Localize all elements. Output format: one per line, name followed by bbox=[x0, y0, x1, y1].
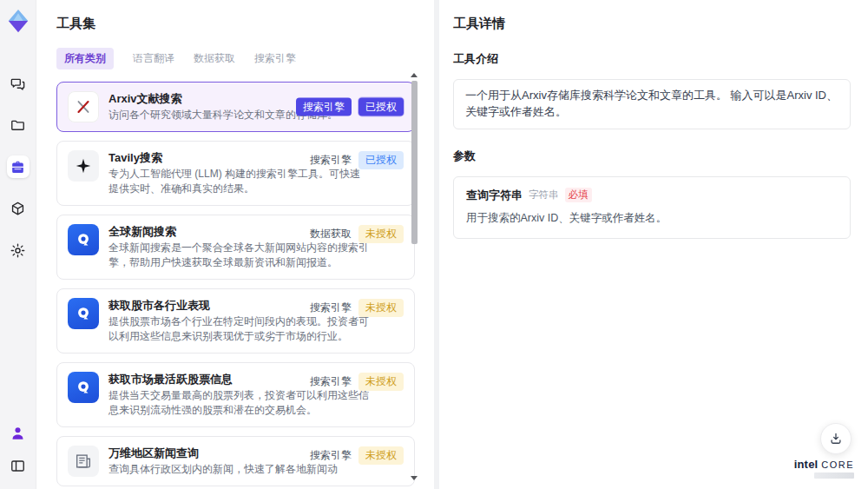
tool-description: 提供股票市场各个行业在特定时间段内的表现。投资者可以利用这些信息来识别表现优于或… bbox=[108, 314, 369, 344]
cube-icon[interactable] bbox=[7, 197, 30, 220]
chat-icon[interactable] bbox=[7, 72, 30, 95]
tavily-sparkle-icon bbox=[68, 150, 99, 182]
tool-description: 全球新闻搜索是一个聚合全球各大新闻网站内容的搜索引擎，帮助用户快速获取全球最新资… bbox=[108, 241, 369, 270]
tool-card-tavily[interactable]: Tavily搜索 专为人工智能代理 (LLM) 构建的搜索引擎工具。可快速提供实… bbox=[56, 141, 415, 206]
tool-card-list: Arxiv文献搜索 访问各个研究领域大量科学论文和文章的存储库。 搜索引擎 已授… bbox=[56, 82, 415, 486]
tab-search-engine[interactable]: 搜索引擎 bbox=[254, 48, 296, 69]
tool-detail-panel: 工具详情 工具介绍 一个用于从Arxiv存储库搜索科学论文和文章的工具。 输入可… bbox=[439, 0, 868, 489]
app-logo-diamond-icon[interactable] bbox=[5, 8, 31, 34]
status-badge: 已授权 bbox=[358, 151, 404, 169]
toolbox-icon[interactable] bbox=[7, 155, 30, 178]
tool-description: 查询具体行政区划内的新闻，快速了解各地新闻动 bbox=[108, 462, 338, 477]
category-label: 搜索引擎 bbox=[310, 374, 352, 389]
tool-card-most-active-stocks[interactable]: 获取市场最活跃股票信息 提供当天交易量最高的股票列表，投资者可以利用这些信息来识… bbox=[56, 362, 415, 427]
status-badge: 未授权 bbox=[358, 446, 404, 465]
status-badge: 已授权 bbox=[358, 98, 404, 116]
param-description: 用于搜索的Arxiv ID、关键字或作者姓名。 bbox=[466, 211, 838, 226]
folder-icon[interactable] bbox=[7, 114, 30, 136]
tool-description: 提供当天交易量最高的股票列表，投资者可以利用这些信息来识别流动性强的股票和潜在的… bbox=[108, 388, 369, 418]
tab-data-fetch[interactable]: 数据获取 bbox=[194, 48, 235, 69]
category-tabs: 所有类别 语言翻译 数据获取 搜索引擎 bbox=[56, 48, 415, 69]
parameter-card: 查询字符串 字符串 必填 用于搜索的Arxiv ID、关键字或作者姓名。 bbox=[453, 176, 851, 239]
param-name: 查询字符串 bbox=[466, 188, 523, 203]
category-badge: 搜索引擎 bbox=[296, 98, 352, 116]
tool-card-regional-news[interactable]: 万维地区新闻查询 查询具体行政区划内的新闻，快速了解各地新闻动 搜索引擎 未授权 bbox=[56, 436, 415, 486]
param-type: 字符串 bbox=[529, 188, 559, 202]
tool-description: 专为人工智能代理 (LLM) 构建的搜索引擎工具。可快速提供实时、准确和真实的结… bbox=[108, 167, 369, 196]
category-label: 搜索引擎 bbox=[310, 448, 352, 463]
scrollbar-up-arrow-icon[interactable] bbox=[411, 73, 418, 77]
core-wordmark: core bbox=[821, 459, 854, 470]
params-heading: 参数 bbox=[453, 149, 851, 164]
status-badge: 未授权 bbox=[358, 225, 404, 243]
category-label: 搜索引擎 bbox=[310, 301, 352, 315]
news-search-icon bbox=[68, 224, 99, 255]
arxiv-logo-icon bbox=[68, 91, 99, 122]
gear-icon[interactable] bbox=[7, 239, 30, 261]
tool-list-panel: 工具集 所有类别 语言翻译 数据获取 搜索引擎 Arxiv文献搜索 访问各个研究… bbox=[36, 0, 434, 489]
user-icon[interactable] bbox=[7, 421, 30, 444]
intel-wordmark: intel bbox=[794, 458, 819, 471]
category-label: 数据获取 bbox=[310, 227, 352, 241]
scrollbar-thumb[interactable] bbox=[411, 81, 418, 244]
param-required-badge: 必填 bbox=[565, 188, 592, 202]
detail-title: 工具详情 bbox=[453, 16, 851, 32]
download-icon bbox=[828, 431, 844, 446]
list-scrollbar bbox=[410, 73, 418, 480]
intel-sub-badge bbox=[814, 472, 854, 479]
status-badge: 未授权 bbox=[358, 299, 404, 317]
scrollbar-down-arrow-icon[interactable] bbox=[411, 476, 418, 480]
news-search-icon bbox=[68, 298, 99, 329]
panel-toggle-icon[interactable] bbox=[7, 454, 30, 477]
tool-card-arxiv[interactable]: Arxiv文献搜索 访问各个研究领域大量科学论文和文章的存储库。 搜索引擎 已授… bbox=[56, 82, 415, 132]
news-search-icon bbox=[68, 372, 99, 403]
intel-core-logo: intel core bbox=[794, 458, 854, 479]
tool-name: 万维地区新闻查询 bbox=[108, 446, 338, 461]
left-sidebar bbox=[0, 0, 36, 489]
status-badge: 未授权 bbox=[358, 373, 404, 391]
category-label: 搜索引擎 bbox=[310, 153, 352, 168]
download-button[interactable] bbox=[820, 423, 852, 454]
newspaper-icon bbox=[68, 446, 99, 477]
tab-language-translation[interactable]: 语言翻译 bbox=[133, 48, 174, 69]
tool-card-sector-performance[interactable]: 获取股市各行业表现 提供股票市场各个行业在特定时间段内的表现。投资者可以利用这些… bbox=[56, 288, 415, 354]
tool-intro-text: 一个用于从Arxiv存储库搜索科学论文和文章的工具。 输入可以是Arxiv ID… bbox=[453, 79, 851, 129]
intro-heading: 工具介绍 bbox=[453, 51, 851, 67]
tool-card-global-news[interactable]: 全球新闻搜索 全球新闻搜索是一个聚合全球各大新闻网站内容的搜索引擎，帮助用户快速… bbox=[56, 215, 415, 280]
page-title: 工具集 bbox=[56, 16, 415, 32]
tab-all-categories[interactable]: 所有类别 bbox=[56, 48, 114, 69]
